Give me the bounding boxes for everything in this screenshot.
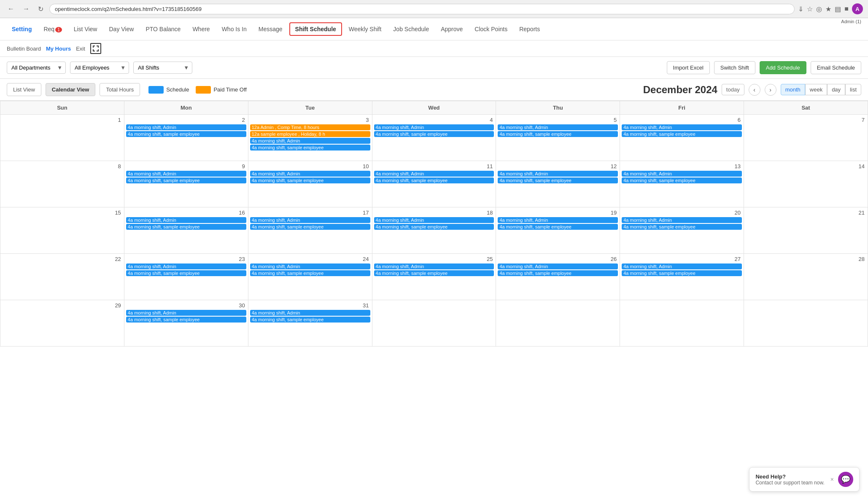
- calendar-day[interactable]: 114a morning shift, Admin4a morning shif…: [372, 161, 496, 207]
- calendar-day[interactable]: 314a morning shift, Admin4a morning shif…: [248, 300, 372, 347]
- calendar-view-button[interactable]: Calendar View: [46, 83, 96, 96]
- calendar-event[interactable]: 4a morning shift, sample employee: [622, 270, 742, 276]
- calendar-day[interactable]: 14: [744, 161, 868, 207]
- calendar-day[interactable]: 204a morning shift, Admin4a morning shif…: [620, 207, 744, 254]
- calendar-day[interactable]: 244a morning shift, Admin4a morning shif…: [248, 254, 372, 300]
- calendar-event[interactable]: 4a morning shift, sample employee: [374, 224, 494, 230]
- calendar-day[interactable]: 94a morning shift, Admin4a morning shift…: [124, 161, 248, 207]
- bulletin-board-link[interactable]: Bulletin Board: [7, 46, 41, 52]
- calendar-day[interactable]: 104a morning shift, Admin4a morning shif…: [248, 161, 372, 207]
- calendar-event[interactable]: 4a morning shift, sample employee: [498, 131, 618, 137]
- nav-list-view[interactable]: List View: [69, 23, 102, 35]
- calendar-event[interactable]: 4a morning shift, sample employee: [374, 131, 494, 137]
- calendar-day[interactable]: 29: [0, 300, 124, 347]
- month-view-button[interactable]: month: [781, 84, 805, 95]
- next-month-button[interactable]: ›: [765, 84, 776, 96]
- calendar-day[interactable]: [496, 300, 620, 347]
- calendar-day[interactable]: 44a morning shift, Admin4a morning shift…: [372, 115, 496, 161]
- calendar-day[interactable]: 7: [744, 115, 868, 161]
- forward-button[interactable]: →: [20, 4, 32, 13]
- calendar-event[interactable]: 4a morning shift, sample employee: [498, 224, 618, 230]
- calendar-event[interactable]: 4a morning shift, Admin: [498, 124, 618, 130]
- total-hours-button[interactable]: Total Hours: [100, 83, 140, 96]
- calendar-event[interactable]: 12a sample employee , Holiday, 8 h: [250, 131, 370, 137]
- calendar-day[interactable]: 8: [0, 161, 124, 207]
- chat-button[interactable]: 💬: [838, 472, 853, 487]
- calendar-day[interactable]: 304a morning shift, Admin4a morning shif…: [124, 300, 248, 347]
- nav-weekly-shift[interactable]: Weekly Shift: [344, 23, 387, 35]
- nav-day-view[interactable]: Day View: [104, 23, 139, 35]
- calendar-event[interactable]: 4a morning shift, Admin: [250, 171, 370, 177]
- calendar-event[interactable]: 4a morning shift, Admin: [622, 217, 742, 223]
- dept-select[interactable]: All Departments: [7, 62, 66, 74]
- calendar-event[interactable]: 4a morning shift, sample employee: [498, 270, 618, 276]
- nav-setting[interactable]: Setting: [7, 23, 37, 35]
- calendar-event[interactable]: 4a morning shift, Admin: [374, 124, 494, 130]
- calendar-event[interactable]: 4a morning shift, sample employee: [250, 317, 370, 323]
- today-button[interactable]: today: [722, 84, 744, 95]
- calendar-day[interactable]: 1: [0, 115, 124, 161]
- week-view-button[interactable]: week: [805, 84, 827, 95]
- calendar-day[interactable]: [372, 300, 496, 347]
- calendar-event[interactable]: 4a morning shift, sample employee: [374, 177, 494, 183]
- calendar-event[interactable]: 4a morning shift, sample employee: [126, 177, 246, 183]
- nav-clock-points[interactable]: Clock Points: [469, 23, 512, 35]
- reload-button[interactable]: ↻: [35, 4, 46, 14]
- calendar-event[interactable]: 4a morning shift, Admin: [250, 310, 370, 316]
- shift-select[interactable]: All Shifts: [133, 62, 192, 74]
- nav-job-schedule[interactable]: Job Schedule: [388, 23, 434, 35]
- calendar-event[interactable]: 4a morning shift, Admin: [126, 171, 246, 177]
- calendar-event[interactable]: 4a morning shift, Admin: [126, 263, 246, 269]
- calendar-day[interactable]: 184a morning shift, Admin4a morning shif…: [372, 207, 496, 254]
- list-view-button[interactable]: List View: [7, 83, 41, 96]
- calendar-event[interactable]: 4a morning shift, Admin: [374, 217, 494, 223]
- calendar-event[interactable]: 4a morning shift, sample employee: [250, 224, 370, 230]
- calendar-event[interactable]: 4a morning shift, Admin: [374, 171, 494, 177]
- calendar-event[interactable]: 4a morning shift, Admin: [250, 138, 370, 144]
- nav-where[interactable]: Where: [187, 23, 215, 35]
- calendar-event[interactable]: 4a morning shift, sample employee: [622, 177, 742, 183]
- calendar-event[interactable]: 4a morning shift, sample employee: [126, 131, 246, 137]
- prev-month-button[interactable]: ‹: [749, 84, 760, 96]
- calendar-event[interactable]: 4a morning shift, sample employee: [126, 317, 246, 323]
- calendar-event[interactable]: 4a morning shift, Admin: [126, 310, 246, 316]
- calendar-event[interactable]: 4a morning shift, Admin: [374, 263, 494, 269]
- calendar-day[interactable]: 134a morning shift, Admin4a morning shif…: [620, 161, 744, 207]
- nav-approve[interactable]: Approve: [436, 23, 468, 35]
- nav-req[interactable]: Req1: [38, 23, 67, 35]
- help-close-button[interactable]: ×: [830, 476, 834, 483]
- calendar-event[interactable]: 4a morning shift, Admin: [622, 124, 742, 130]
- nav-reports[interactable]: Reports: [514, 23, 545, 35]
- calendar-event[interactable]: 4a morning shift, sample employee: [622, 224, 742, 230]
- calendar-event[interactable]: 4a morning shift, sample employee: [250, 145, 370, 151]
- emp-select[interactable]: All Employees: [70, 62, 129, 74]
- calendar-day[interactable]: 15: [0, 207, 124, 254]
- user-avatar[interactable]: A: [852, 3, 863, 14]
- calendar-day[interactable]: 234a morning shift, Admin4a morning shif…: [124, 254, 248, 300]
- calendar-day[interactable]: 28: [744, 254, 868, 300]
- import-excel-button[interactable]: Import Excel: [667, 61, 710, 74]
- nav-shift-schedule[interactable]: Shift Schedule: [289, 22, 342, 36]
- calendar-event[interactable]: 4a morning shift, Admin: [126, 124, 246, 130]
- calendar-day[interactable]: 22: [0, 254, 124, 300]
- calendar-day[interactable]: 254a morning shift, Admin4a morning shif…: [372, 254, 496, 300]
- calendar-event[interactable]: 4a morning shift, Admin: [622, 171, 742, 177]
- calendar-event[interactable]: 4a morning shift, sample employee: [126, 270, 246, 276]
- calendar-day[interactable]: 194a morning shift, Admin4a morning shif…: [496, 207, 620, 254]
- calendar-event[interactable]: 4a morning shift, sample employee: [498, 177, 618, 183]
- calendar-day[interactable]: [620, 300, 744, 347]
- calendar-day[interactable]: 164a morning shift, Admin4a morning shif…: [124, 207, 248, 254]
- calendar-event[interactable]: 4a morning shift, Admin: [126, 217, 246, 223]
- calendar-event[interactable]: 4a morning shift, sample employee: [250, 177, 370, 183]
- list-view-cal-button[interactable]: list: [845, 84, 861, 95]
- calendar-event[interactable]: 4a morning shift, sample employee: [250, 270, 370, 276]
- calendar-event[interactable]: 4a morning shift, Admin: [498, 217, 618, 223]
- address-bar[interactable]: [49, 4, 795, 14]
- email-schedule-button[interactable]: Email Schedule: [811, 61, 861, 74]
- calendar-day[interactable]: 54a morning shift, Admin4a morning shift…: [496, 115, 620, 161]
- calendar-event[interactable]: 4a morning shift, Admin: [250, 217, 370, 223]
- calendar-event[interactable]: 12a Admin , Comp Time, 8 hours: [250, 124, 370, 130]
- calendar-event[interactable]: 4a morning shift, Admin: [622, 263, 742, 269]
- calendar-day[interactable]: 174a morning shift, Admin4a morning shif…: [248, 207, 372, 254]
- nav-who-is-in[interactable]: Who Is In: [217, 23, 252, 35]
